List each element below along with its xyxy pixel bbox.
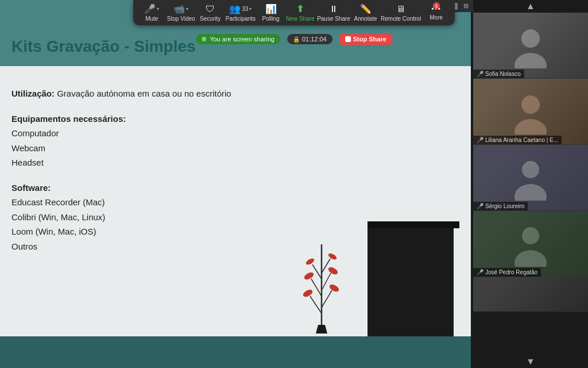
sharing-indicator: You are screen sharing	[196, 34, 280, 44]
video-feed-liliana	[473, 79, 588, 144]
more-button[interactable]: ••• 1 More	[424, 5, 449, 21]
new-share-label: New Share	[286, 16, 314, 22]
participant-video-last	[473, 277, 588, 312]
svg-marker-13	[316, 325, 327, 334]
svg-line-5	[311, 279, 322, 296]
participant-video-sergio: 🎤 Sérgio Loureiro	[473, 145, 588, 211]
furniture-decoration	[368, 221, 454, 336]
toolbar: 🎤 ▾ Mute 📹 ▾ Stop Video 🛡 Security 👥 33 …	[133, 0, 455, 25]
pause-share-label: Pause Share	[317, 16, 350, 22]
participants-chevron: ▾	[249, 6, 252, 12]
more-badge: 1	[433, 2, 440, 9]
share-status-bar: You are screen sharing 🔒 01:12:04 Stop S…	[196, 33, 392, 45]
mute-chevron: ▾	[157, 6, 159, 12]
plant-decoration	[299, 233, 345, 336]
remote-label: Remote Control	[381, 16, 421, 22]
mic-muted-icon-josepedro: 🎤	[477, 269, 483, 275]
slide-area: Kits Gravação - Simples Utilização: Grav…	[0, 0, 471, 368]
svg-rect-15	[373, 228, 378, 342]
mic-muted-icon-liliana: 🎤	[477, 137, 483, 143]
mic-icon: 🎤	[144, 3, 156, 14]
svg-point-4	[328, 283, 341, 293]
stop-share-label: Stop Share	[353, 36, 386, 43]
utilization-text: Gravação autónoma em casa ou no escritór…	[55, 89, 231, 98]
equipment-item-2: Webcam	[11, 141, 299, 156]
sharing-dot	[202, 37, 206, 41]
mute-button[interactable]: 🎤 ▾ Mute	[139, 3, 164, 22]
utilization-label: Utilização:	[11, 89, 55, 98]
svg-point-10	[305, 258, 315, 266]
software-item-2: Colibri (Win, Mac, Linux)	[11, 210, 299, 225]
stop-video-label: Stop Video	[167, 16, 195, 22]
pause-share-button[interactable]: ⏸ Pause Share	[317, 4, 350, 22]
timer-text: 01:12:04	[302, 36, 327, 43]
video-chevron: ▾	[186, 6, 188, 12]
scroll-down-button[interactable]: ▼	[473, 355, 588, 368]
svg-line-11	[322, 259, 330, 273]
new-share-button[interactable]: ⬆ New Share	[286, 3, 314, 22]
svg-line-7	[322, 273, 331, 290]
new-share-icon: ⬆	[296, 3, 304, 14]
svg-point-19	[521, 95, 540, 114]
grid-icon[interactable]: ⊞	[463, 2, 469, 10]
svg-point-8	[327, 266, 339, 276]
svg-point-12	[327, 252, 338, 261]
participants-button[interactable]: 👥 33 ▾ Participants	[226, 3, 256, 22]
participant-count: 33	[242, 6, 248, 12]
svg-point-17	[521, 29, 540, 48]
more-label: More	[430, 14, 443, 21]
security-button[interactable]: 🛡 Security	[198, 4, 223, 22]
participant-video-sofia: 🎤 Sofia Nolasco	[473, 13, 588, 79]
polling-button[interactable]: 📊 Polling	[258, 3, 284, 22]
participants-panel: ▲ 🎤 Sofia Nolasco 🎤 Liliana Aranha Caeta…	[473, 0, 588, 368]
software-item-3: Loom (Win, Mac, iOS)	[11, 224, 299, 239]
participants-icon: 👥	[229, 3, 241, 14]
svg-line-1	[310, 296, 322, 313]
polling-icon: 📊	[265, 3, 277, 14]
software-item-4: Outros	[11, 239, 299, 254]
shield-icon: 🛡	[206, 4, 215, 14]
video-feed-sofia	[473, 13, 588, 78]
svg-point-22	[514, 184, 547, 201]
polling-label: Polling	[262, 16, 280, 22]
svg-point-24	[514, 250, 547, 267]
video-feed-last	[473, 277, 588, 312]
participant-name-sofia: 🎤 Sofia Nolasco	[473, 70, 524, 78]
annotate-label: Annotate	[354, 16, 377, 22]
slide-footer	[0, 336, 471, 368]
equipment-item-3: Headset	[11, 155, 299, 170]
mute-label: Mute	[145, 16, 158, 22]
equipment-label: Equipamentos necessários:	[11, 112, 299, 126]
stop-share-button[interactable]: Stop Share	[339, 33, 392, 45]
svg-point-6	[303, 271, 315, 281]
participant-name-liliana: 🎤 Liliana Aranha Caetano | E...	[473, 136, 562, 144]
participant-name-sergio: 🎤 Sérgio Loureiro	[473, 202, 528, 210]
video-feed-josepedro	[473, 211, 588, 277]
annotate-icon: ✏️	[360, 3, 372, 14]
participant-video-josepedro: 🎤 José Pedro Regatão	[473, 211, 588, 277]
timer-display: 🔒 01:12:04	[287, 34, 332, 44]
mic-muted-icon-sofia: 🎤	[477, 71, 483, 77]
remote-icon: 🖥	[396, 4, 405, 14]
participant-video-liliana: 🎤 Liliana Aranha Caetano | E...	[473, 79, 588, 145]
scroll-up-button[interactable]: ▲	[473, 0, 588, 13]
participant-name-josepedro: 🎤 José Pedro Regatão	[473, 268, 541, 277]
security-label: Security	[200, 16, 220, 22]
software-section: Software: Educast Recorder (Mac) Colibri…	[11, 181, 299, 254]
svg-point-20	[514, 119, 547, 135]
participants-label: Participants	[226, 16, 256, 22]
video-icon: 📹	[173, 3, 185, 14]
svg-point-18	[514, 53, 547, 68]
svg-point-2	[302, 288, 314, 298]
software-label: Software:	[11, 181, 299, 195]
annotate-button[interactable]: ✏️ Annotate	[353, 3, 378, 22]
svg-line-3	[322, 290, 332, 308]
pause-icon: ⏸	[329, 4, 338, 14]
svg-rect-16	[449, 228, 454, 342]
video-feed-sergio	[473, 145, 588, 210]
svg-point-21	[522, 161, 539, 178]
stop-video-button[interactable]: 📹 ▾ Stop Video	[167, 3, 195, 22]
remote-control-button[interactable]: 🖥 Remote Control	[381, 4, 421, 22]
svg-point-23	[522, 227, 539, 244]
software-item-1: Educast Recorder (Mac)	[11, 195, 299, 210]
